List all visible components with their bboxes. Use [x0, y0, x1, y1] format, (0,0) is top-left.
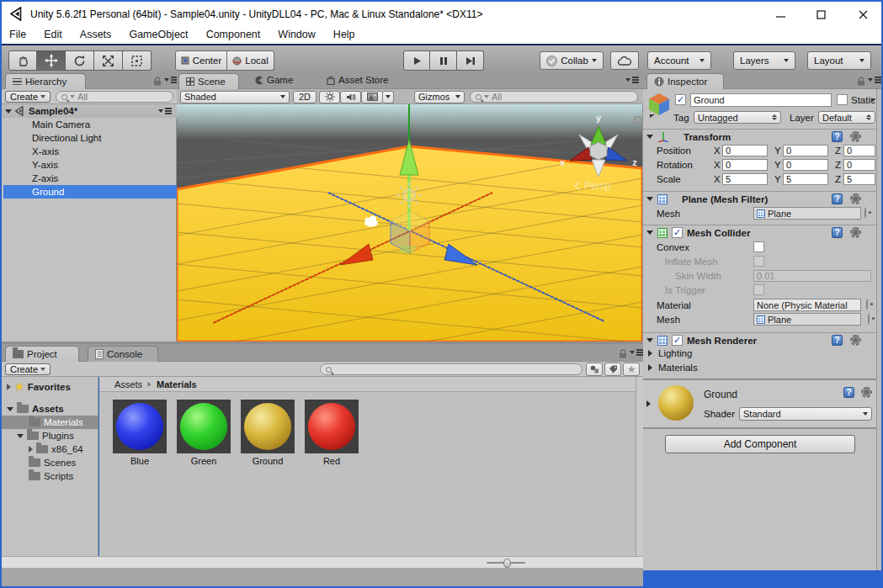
scene-search-input[interactable]: All [470, 91, 638, 103]
scale-x-field[interactable]: 5 [722, 173, 768, 185]
step-button[interactable] [457, 50, 484, 71]
gear-icon[interactable] [850, 227, 861, 238]
pivot-local-button[interactable]: Local [227, 50, 274, 71]
layout-dropdown[interactable]: Layout [807, 51, 871, 70]
menu-edit[interactable]: Edit [36, 25, 70, 40]
project-create-button[interactable]: Create [5, 363, 51, 375]
search-by-type-button[interactable] [586, 363, 603, 376]
position-z-field[interactable]: 0 [843, 145, 875, 156]
rotate-tool-button[interactable] [66, 50, 94, 71]
hierarchy-item-ground[interactable]: Ground [3, 185, 178, 199]
effects-toggle-button[interactable] [361, 91, 383, 103]
thumbnail-zoom-slider-knob[interactable] [503, 559, 511, 568]
panel-menu-icon[interactable] [625, 78, 639, 82]
breadcrumb-materials[interactable]: Materials [157, 379, 197, 389]
breadcrumb-assets[interactable]: Assets [114, 379, 142, 389]
mesh-object-field[interactable]: Plane [753, 207, 861, 220]
favorites-foldout[interactable]: ★ Favorites [7, 380, 71, 394]
foldout-open-icon[interactable] [7, 407, 13, 411]
shading-mode-dropdown[interactable]: Shaded [180, 91, 290, 103]
foldout-open-icon[interactable] [646, 197, 653, 201]
help-icon[interactable]: ? [832, 131, 843, 142]
pause-button[interactable] [430, 50, 457, 71]
gear-icon[interactable] [850, 131, 861, 142]
gear-icon[interactable] [850, 193, 861, 204]
asset-material-ground[interactable] [241, 400, 295, 453]
help-icon[interactable]: ? [843, 387, 854, 398]
static-checkbox[interactable] [837, 94, 848, 105]
asset-label[interactable]: Blue [113, 456, 167, 466]
inspector-scrollbar[interactable] [876, 89, 881, 570]
shader-dropdown[interactable]: Standard [739, 407, 872, 421]
collab-button[interactable]: Collab [540, 51, 604, 70]
hand-tool-button[interactable] [8, 50, 37, 71]
play-button[interactable] [403, 50, 430, 71]
mesh-renderer-header[interactable]: ✓ Mesh Renderer ? [643, 332, 876, 347]
tab-console[interactable]: Console [88, 346, 158, 362]
lock-icon[interactable] [153, 77, 162, 86]
mesh-collider-enabled-checkbox[interactable]: ✓ [672, 227, 683, 238]
object-picker-icon[interactable] [864, 207, 866, 219]
help-icon[interactable]: ? [832, 335, 843, 346]
persp-label[interactable]: Persp [584, 180, 611, 192]
scale-z-field[interactable]: 5 [843, 173, 875, 185]
tab-game[interactable]: Game [254, 75, 293, 85]
project-scrollbar[interactable] [636, 377, 643, 556]
foldout-open-icon[interactable] [646, 135, 653, 139]
object-name-field[interactable]: Ground [690, 93, 832, 107]
gear-icon[interactable] [850, 335, 861, 346]
object-picker-icon[interactable] [866, 299, 868, 310]
hierarchy-item-z-axis[interactable]: Z-axis [3, 172, 178, 185]
static-dropdown-icon[interactable] [870, 98, 875, 102]
tree-item-x86-64[interactable]: x86_64 [29, 442, 83, 456]
foldout-open-icon[interactable] [17, 434, 24, 438]
tag-dropdown[interactable]: Untagged [694, 111, 781, 124]
hierarchy-create-button[interactable]: Create [5, 91, 51, 103]
tree-item-materials[interactable]: Materials [2, 416, 98, 429]
tab-scene[interactable]: Scene [178, 73, 239, 89]
mesh-renderer-enabled-checkbox[interactable]: ✓ [672, 335, 683, 346]
mesh-collider-header[interactable]: ✓ Mesh Collider ? [643, 225, 876, 240]
maximize-button[interactable] [808, 7, 833, 22]
hierarchy-item-x-axis[interactable]: X-axis [3, 145, 178, 158]
tab-asset-store[interactable]: Asset Store [327, 75, 388, 85]
scene-viewport[interactable]: y x z Persp [177, 104, 643, 342]
menu-help[interactable]: Help [326, 25, 363, 40]
position-y-field[interactable]: 0 [783, 145, 828, 156]
panel-menu-icon[interactable] [158, 109, 172, 113]
tree-item-scripts[interactable]: Scripts [29, 469, 73, 483]
help-icon[interactable]: ? [832, 193, 843, 204]
asset-label[interactable]: Green [177, 456, 231, 466]
convex-checkbox[interactable] [753, 241, 764, 252]
materials-foldout[interactable]: Materials [658, 363, 698, 373]
panel-menu-icon[interactable] [164, 78, 178, 82]
panel-menu-icon[interactable] [868, 78, 881, 82]
physic-material-field[interactable]: None (Physic Material [753, 299, 861, 311]
rotation-x-field[interactable]: 0 [722, 159, 768, 171]
search-favorites-button[interactable]: ★ [623, 363, 640, 376]
tab-project[interactable]: Project [5, 346, 79, 362]
foldout-open-icon[interactable] [5, 109, 12, 114]
hierarchy-search-input[interactable]: All [56, 91, 173, 103]
tab-inspector[interactable]: Inspector [646, 73, 724, 89]
foldout-open-icon[interactable] [646, 338, 653, 342]
menu-component[interactable]: Component [199, 25, 269, 40]
pivot-center-button[interactable]: Center [175, 50, 227, 71]
move-tool-button[interactable] [37, 50, 66, 71]
mesh-filter-header[interactable]: Plane (Mesh Filter) ? [643, 191, 876, 206]
tab-hierarchy[interactable]: Hierarchy [5, 73, 86, 89]
transform-header[interactable]: Transform ? [643, 129, 876, 144]
layers-dropdown[interactable]: Layers [733, 51, 795, 70]
audio-toggle-button[interactable] [340, 91, 361, 103]
foldout-closed-icon[interactable] [29, 446, 33, 453]
asset-material-green[interactable] [177, 400, 231, 453]
panel-menu-icon[interactable] [630, 351, 643, 354]
search-by-label-button[interactable] [604, 363, 621, 376]
menu-gameobject[interactable]: GameObject [121, 25, 195, 40]
position-x-field[interactable]: 0 [722, 145, 768, 156]
add-component-button[interactable]: Add Component [665, 435, 855, 453]
hierarchy-item-y-axis[interactable]: Y-axis [3, 158, 178, 172]
foldout-closed-icon[interactable] [648, 364, 652, 371]
hierarchy-root-row[interactable]: Sample04* [2, 104, 177, 118]
asset-label[interactable]: Red [305, 456, 359, 466]
